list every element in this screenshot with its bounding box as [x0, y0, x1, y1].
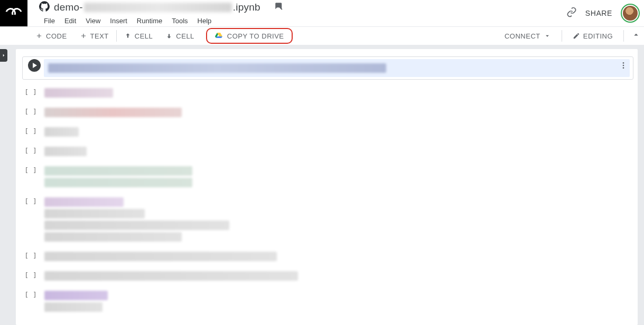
- copy-to-drive-button[interactable]: COPY TO DRIVE: [206, 28, 293, 44]
- editing-label: EDITING: [583, 32, 613, 40]
- code-cell[interactable]: [ ]: [16, 288, 638, 315]
- cell-more-actions-button[interactable]: [619, 61, 628, 72]
- dropdown-icon: [544, 32, 551, 40]
- svg-point-0: [623, 62, 624, 64]
- menu-tools[interactable]: Tools: [167, 15, 192, 26]
- cell-content[interactable]: [41, 163, 633, 190]
- cell-prompt: [ ]: [20, 194, 41, 205]
- cell-prompt: [ ]: [20, 144, 41, 155]
- cell-content[interactable]: [41, 85, 633, 101]
- cell-content[interactable]: [41, 268, 633, 284]
- cell-content[interactable]: [41, 248, 633, 264]
- code-line-redacted: [44, 197, 124, 207]
- toolbar: CODE TEXT CELL CELL COPY TO DRIVE CONNEC…: [0, 26, 644, 45]
- add-text-label: TEXT: [90, 32, 109, 40]
- move-cell-up-button[interactable]: CELL: [118, 27, 160, 45]
- code-cell[interactable]: [ ]: [16, 144, 638, 159]
- chevron-right-icon: [1, 53, 6, 58]
- header-right: SHARE: [566, 4, 640, 23]
- file-block: demo- .ipynb File Edit View Insert Runti…: [27, 1, 566, 26]
- notebook-area[interactable]: [ ] [ ] [ ] [ ]: [16, 49, 638, 325]
- cell-content[interactable]: [41, 104, 633, 120]
- cell-prompt: [25, 59, 44, 72]
- add-code-cell-button[interactable]: CODE: [29, 27, 73, 45]
- menu-help[interactable]: Help: [193, 15, 217, 26]
- more-vert-icon: [619, 61, 628, 70]
- code-line-redacted: [44, 209, 145, 218]
- code-line-redacted: [44, 302, 102, 312]
- notebook-title-redacted: [84, 3, 232, 12]
- menu-bar: File Edit View Insert Runtime Tools Help: [39, 15, 566, 26]
- unsaved-changes-icon[interactable]: [274, 2, 284, 13]
- add-text-cell-button[interactable]: TEXT: [73, 27, 115, 45]
- code-cell[interactable]: [ ]: [16, 268, 638, 284]
- svg-point-1: [623, 65, 624, 66]
- chevron-up-icon: [631, 30, 641, 40]
- code-cell[interactable]: [ ]: [16, 194, 638, 245]
- menu-runtime[interactable]: Runtime: [132, 15, 167, 26]
- toolbar-separator: [116, 30, 117, 42]
- notebook-title-suffix: .ipynb: [233, 2, 260, 13]
- pencil-icon: [573, 32, 580, 40]
- code-line-redacted: [44, 88, 113, 98]
- code-cell[interactable]: [ ]: [16, 163, 638, 190]
- code-line-redacted: [44, 108, 182, 117]
- code-line-redacted: [44, 166, 192, 176]
- code-line-redacted: [44, 271, 298, 281]
- cell-prompt: [ ]: [20, 104, 41, 116]
- toolbar-separator: [623, 30, 624, 42]
- code-line-redacted: [44, 178, 192, 187]
- header-bar: demo- .ipynb File Edit View Insert Runti…: [0, 0, 644, 26]
- menu-file[interactable]: File: [39, 15, 60, 26]
- code-cell[interactable]: [ ]: [16, 248, 638, 264]
- notebook-inner: [ ] [ ] [ ] [ ]: [16, 49, 638, 315]
- cell-prompt: [ ]: [20, 124, 41, 135]
- move-cell-down-button[interactable]: CELL: [159, 27, 201, 45]
- editing-mode-button[interactable]: EDITING: [566, 27, 619, 45]
- code-line-redacted: [44, 232, 182, 242]
- code-line-redacted: [44, 291, 108, 300]
- svg-point-2: [623, 67, 624, 69]
- code-line-redacted: [44, 127, 79, 137]
- run-cell-button[interactable]: [28, 59, 41, 72]
- cell-prompt: [ ]: [20, 85, 41, 96]
- cell-up-label: CELL: [135, 32, 153, 40]
- menu-insert[interactable]: Insert: [105, 15, 132, 26]
- share-button[interactable]: SHARE: [585, 9, 612, 17]
- cell-prompt: [ ]: [20, 288, 41, 299]
- code-cell-active[interactable]: [22, 56, 633, 80]
- cell-prompt: [ ]: [20, 163, 41, 174]
- code-line-redacted: [48, 63, 386, 73]
- connect-label: CONNECT: [505, 32, 540, 40]
- colab-logo[interactable]: [0, 0, 27, 26]
- title-row: demo- .ipynb: [39, 1, 566, 14]
- cell-content[interactable]: [44, 59, 630, 77]
- code-line-redacted: [44, 221, 229, 230]
- code-cell[interactable]: [ ]: [16, 85, 638, 101]
- link-icon[interactable]: [566, 7, 577, 20]
- open-sidebar-button[interactable]: [0, 49, 7, 62]
- toolbar-separator: [562, 30, 562, 42]
- add-code-label: CODE: [46, 32, 67, 40]
- menu-edit[interactable]: Edit: [60, 15, 81, 26]
- menu-view[interactable]: View: [81, 15, 105, 26]
- code-cell[interactable]: [ ]: [16, 124, 638, 140]
- cell-content[interactable]: [41, 144, 633, 159]
- code-line-redacted: [44, 147, 87, 156]
- notebook-title[interactable]: demo- .ipynb: [54, 2, 260, 13]
- code-line-redacted: [44, 252, 277, 261]
- copy-to-drive-label: COPY TO DRIVE: [227, 32, 284, 40]
- cell-prompt: [ ]: [20, 268, 41, 279]
- cell-content[interactable]: [41, 194, 633, 245]
- cell-prompt: [ ]: [20, 248, 41, 260]
- collapse-toolbar-button[interactable]: [628, 30, 644, 42]
- workspace: [ ] [ ] [ ] [ ]: [0, 45, 644, 325]
- github-icon: [39, 1, 50, 14]
- cell-content[interactable]: [41, 288, 633, 315]
- notebook-title-prefix: demo-: [54, 2, 83, 13]
- user-avatar[interactable]: [621, 4, 640, 23]
- cell-content[interactable]: [41, 124, 633, 140]
- code-cell[interactable]: [ ]: [16, 104, 638, 120]
- connect-button[interactable]: CONNECT: [498, 27, 557, 45]
- cell-down-label: CELL: [176, 32, 194, 40]
